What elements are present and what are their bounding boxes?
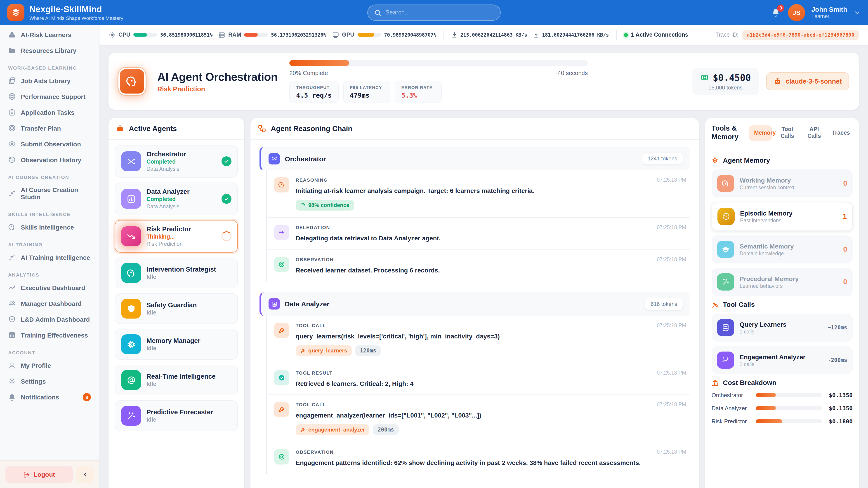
sidebar-item-transfer-plan[interactable]: Transfer Plan	[0, 120, 99, 136]
cost-row-orchestrator: Orchestrator$0.1350	[712, 392, 852, 398]
memory-name: Procedural Memory	[740, 275, 799, 283]
tool-latency: ~120ms	[828, 324, 847, 331]
memory-card-procedural-memory[interactable]: Procedural MemoryLearned behaviors0	[712, 268, 852, 296]
step-content: TOOL RESULT07:25:18 PMRetrieved 6 learne…	[296, 370, 686, 388]
sidebar-item-ld-admin-dashboard[interactable]: L&D Admin Dashboard	[0, 311, 99, 327]
notifications-button[interactable]: 3	[770, 6, 782, 18]
agent-name: Orchestrator	[147, 151, 186, 158]
cost-row-value: $0.1350	[827, 392, 852, 398]
landmark-icon	[712, 379, 719, 386]
sidebar-item-manager-dashboard[interactable]: Manager Dashboard	[0, 295, 99, 311]
sidebar-collapse-button[interactable]	[76, 466, 94, 483]
step-badge-ms: 120ms	[355, 345, 381, 356]
agent-texts: Intervention StrategistIdle	[147, 266, 216, 280]
orchestration-card: AI Agent Orchestration Risk Prediction 2…	[108, 53, 859, 110]
memory-icon	[717, 175, 734, 192]
cost-row-risk-predictor: Risk Predictor$0.1800	[712, 418, 852, 425]
step-content: OBSERVATION07:25:18 PMEngagement pattern…	[296, 449, 686, 467]
agent-texts: OrchestratorCompletedData Analysis	[147, 151, 186, 172]
logout-button[interactable]: Logout	[5, 466, 73, 483]
sidebar-item-at-risk-learners[interactable]: At-Risk Learners	[0, 27, 99, 42]
sidebar-section-heading: SKILLS INTELLIGENCE	[0, 205, 99, 219]
agent-card-predictive-forecaster[interactable]: Predictive ForecasterIdle	[115, 400, 238, 431]
divider	[616, 30, 616, 40]
sidebar-item-my-profile[interactable]: My Profile	[0, 357, 99, 373]
logout-icon	[23, 471, 30, 478]
step-type-label: DELEGATION	[296, 225, 330, 230]
step-text: query_learners(risk_levels=['critical', …	[296, 332, 686, 340]
step-text: Engagement patterns identified: 62% show…	[296, 459, 686, 467]
agent-card-memory-manager[interactable]: Memory ManagerIdle	[115, 329, 238, 360]
sidebar-item-application-tasks[interactable]: Application Tasks	[0, 104, 99, 120]
chevron-down-icon[interactable]	[854, 9, 861, 16]
app-root: Nexgile-SkillMind Where AI Minds Shape W…	[0, 0, 868, 488]
resource-bar	[244, 33, 268, 37]
agent-card-data-analyzer[interactable]: Data AnalyzerCompletedData Analysis	[115, 183, 238, 215]
sidebar-item-ai-course-creation-studio[interactable]: AI Course Creation Studio	[0, 182, 99, 205]
sidebar-item-label: Skills Intelligence	[21, 223, 74, 231]
trace-id-value[interactable]: a1b2c3d4-e5f6-7890-abcd-ef1234567890	[742, 30, 859, 40]
agent-card-safety-guardian[interactable]: Safety GuardianIdle	[115, 293, 238, 324]
metric-p95-latency: P95 LATENCY479ms	[343, 80, 390, 103]
sidebar-item-performance-support[interactable]: Performance Support	[0, 89, 99, 104]
wrench-icon	[278, 326, 285, 334]
sidebar-item-executive-dashboard[interactable]: Executive Dashboard	[0, 280, 99, 295]
search-input[interactable]	[385, 9, 494, 16]
user-block[interactable]: John Smith Learner	[811, 6, 847, 19]
sidebar-item-ai-training-intelligence[interactable]: AI Training Intelligence	[0, 250, 99, 265]
memory-name: Working Memory	[740, 177, 794, 184]
step-timestamp: 07:25:18 PM	[657, 322, 686, 328]
chain-step-reasoning: REASONING07:25:18 PMInitiating at-risk l…	[267, 170, 690, 218]
sidebar-item-label: Application Tasks	[21, 109, 74, 116]
memory-card-episodic-memory[interactable]: Episodic MemoryPast interventions1	[712, 202, 852, 231]
agent-status: Idle	[147, 274, 216, 280]
progress-bar	[289, 60, 588, 66]
agent-status: Idle	[147, 381, 216, 387]
agent-card-risk-predictor[interactable]: Risk PredictorThinking...Risk Prediction	[115, 220, 238, 253]
tool-call-card-engagement-analyzer[interactable]: Engagement Analyzer1 calls~200ms	[712, 346, 852, 374]
chain-step-observation: OBSERVATION07:25:18 PMReceived learner d…	[267, 250, 690, 282]
agent-card-intervention-strategist[interactable]: Intervention StrategistIdle	[115, 258, 238, 288]
agent-card-real-time-intelligence[interactable]: Real-Time IntelligenceIdle	[115, 365, 238, 395]
metric-value: 5.3%	[401, 92, 435, 99]
sidebar-item-skills-intelligence[interactable]: Skills Intelligence	[0, 219, 99, 235]
sidebar-item-settings[interactable]: Settings	[0, 373, 99, 389]
memory-card-working-memory[interactable]: Working MemoryCurrent session context0	[712, 169, 852, 197]
sidebar-item-submit-observation[interactable]: Submit Observation	[0, 136, 99, 152]
sidebar-item-job-aids-library[interactable]: Job Aids Library	[0, 73, 99, 89]
tool-call-card-query-learners[interactable]: Query Learners1 calls~120ms	[712, 314, 852, 341]
divider	[443, 30, 444, 40]
tools-memory-body: Agent MemoryWorking MemoryCurrent sessio…	[705, 148, 859, 488]
tab-memory[interactable]: Memory	[749, 125, 772, 141]
tab-traces[interactable]: Traces	[829, 127, 852, 139]
chain-tokens-badge: 616 tokens	[645, 298, 683, 310]
resource-value: 56.85198090611851%	[160, 32, 213, 38]
memory-card-semantic-memory[interactable]: Semantic MemoryDomain knowledge0	[712, 235, 852, 263]
metric-label: ERROR RATE	[401, 85, 435, 90]
sidebar-item-observation-history[interactable]: Observation History	[0, 152, 99, 168]
network-upload: 181.60294441766266 KB/s	[533, 32, 609, 38]
chain-agent-icon	[269, 298, 280, 310]
sidebar-item-label: My Profile	[21, 362, 51, 369]
tools-memory-title: Tools & Memory	[712, 125, 744, 141]
tab-api-calls[interactable]: API Calls	[802, 123, 826, 142]
at-sign-icon	[126, 375, 136, 385]
model-name: claude-3-5-sonnet	[786, 78, 842, 85]
check-circle-icon	[278, 374, 285, 381]
sidebar-item-notifications[interactable]: Notifications3	[0, 389, 99, 405]
avatar[interactable]: JS	[788, 4, 805, 21]
agent-avatar	[121, 226, 141, 246]
chain-section-data-analyzer: Data Analyzer616 tokensTOOL CALL07:25:18…	[259, 292, 690, 474]
sidebar-item-training-effectiveness[interactable]: Training Effectiveness	[0, 327, 99, 343]
chain-step-tool-call: TOOL CALL07:25:18 PMquery_learners(risk_…	[267, 316, 690, 363]
agent-card-orchestrator[interactable]: OrchestratorCompletedData Analysis	[115, 145, 238, 177]
chart-col-icon	[271, 301, 277, 307]
resource-label: GPU	[342, 32, 354, 38]
server-icon	[218, 31, 225, 38]
tab-tool-calls[interactable]: Tool Calls	[776, 123, 799, 142]
sidebar-item-resources-library[interactable]: Resources Library	[0, 42, 99, 58]
agent-name: Risk Predictor	[147, 225, 191, 233]
chevron-left-icon	[82, 471, 88, 478]
users-icon	[8, 300, 16, 307]
search-box[interactable]	[367, 4, 501, 21]
